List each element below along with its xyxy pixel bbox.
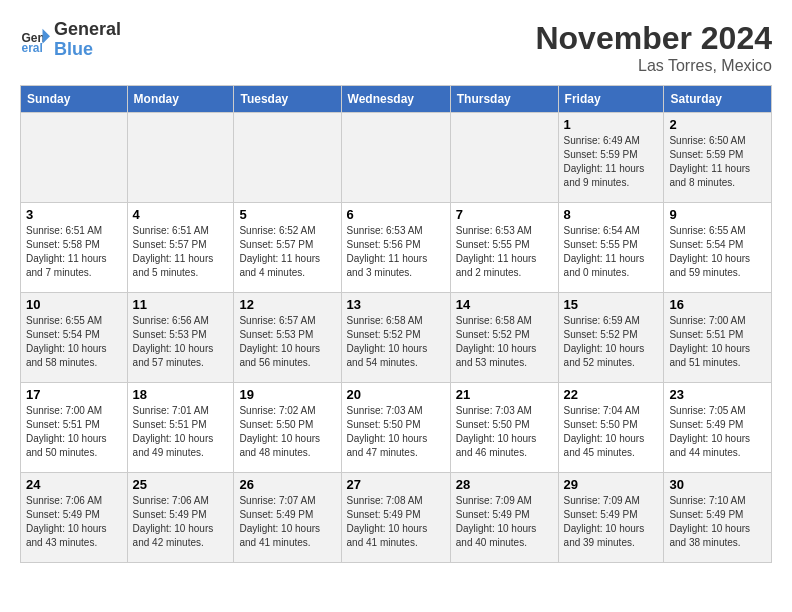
calendar-cell: 28Sunrise: 7:09 AM Sunset: 5:49 PM Dayli… <box>450 473 558 563</box>
day-number: 22 <box>564 387 659 402</box>
day-info: Sunrise: 7:04 AM Sunset: 5:50 PM Dayligh… <box>564 404 659 460</box>
title-section: November 2024 Las Torres, Mexico <box>535 20 772 75</box>
calendar-cell: 4Sunrise: 6:51 AM Sunset: 5:57 PM Daylig… <box>127 203 234 293</box>
day-info: Sunrise: 6:49 AM Sunset: 5:59 PM Dayligh… <box>564 134 659 190</box>
calendar-cell: 24Sunrise: 7:06 AM Sunset: 5:49 PM Dayli… <box>21 473 128 563</box>
day-number: 20 <box>347 387 445 402</box>
day-number: 4 <box>133 207 229 222</box>
calendar-header-row: SundayMondayTuesdayWednesdayThursdayFrid… <box>21 86 772 113</box>
calendar-cell: 27Sunrise: 7:08 AM Sunset: 5:49 PM Dayli… <box>341 473 450 563</box>
calendar-cell: 21Sunrise: 7:03 AM Sunset: 5:50 PM Dayli… <box>450 383 558 473</box>
location-title: Las Torres, Mexico <box>535 57 772 75</box>
day-info: Sunrise: 6:58 AM Sunset: 5:52 PM Dayligh… <box>456 314 553 370</box>
calendar-cell: 2Sunrise: 6:50 AM Sunset: 5:59 PM Daylig… <box>664 113 772 203</box>
day-info: Sunrise: 7:06 AM Sunset: 5:49 PM Dayligh… <box>133 494 229 550</box>
day-info: Sunrise: 7:06 AM Sunset: 5:49 PM Dayligh… <box>26 494 122 550</box>
logo: Gen eral General Blue <box>20 20 121 60</box>
week-row-3: 10Sunrise: 6:55 AM Sunset: 5:54 PM Dayli… <box>21 293 772 383</box>
calendar-cell: 13Sunrise: 6:58 AM Sunset: 5:52 PM Dayli… <box>341 293 450 383</box>
day-number: 23 <box>669 387 766 402</box>
calendar-cell: 26Sunrise: 7:07 AM Sunset: 5:49 PM Dayli… <box>234 473 341 563</box>
day-number: 2 <box>669 117 766 132</box>
day-number: 13 <box>347 297 445 312</box>
calendar-cell <box>21 113 128 203</box>
calendar-cell: 18Sunrise: 7:01 AM Sunset: 5:51 PM Dayli… <box>127 383 234 473</box>
svg-text:eral: eral <box>22 41 43 55</box>
calendar-cell: 12Sunrise: 6:57 AM Sunset: 5:53 PM Dayli… <box>234 293 341 383</box>
day-info: Sunrise: 7:02 AM Sunset: 5:50 PM Dayligh… <box>239 404 335 460</box>
calendar-cell: 1Sunrise: 6:49 AM Sunset: 5:59 PM Daylig… <box>558 113 664 203</box>
day-number: 27 <box>347 477 445 492</box>
day-info: Sunrise: 7:08 AM Sunset: 5:49 PM Dayligh… <box>347 494 445 550</box>
day-number: 18 <box>133 387 229 402</box>
calendar-cell <box>127 113 234 203</box>
logo-icon: Gen eral <box>20 25 50 55</box>
calendar-cell: 20Sunrise: 7:03 AM Sunset: 5:50 PM Dayli… <box>341 383 450 473</box>
day-number: 28 <box>456 477 553 492</box>
calendar-cell: 10Sunrise: 6:55 AM Sunset: 5:54 PM Dayli… <box>21 293 128 383</box>
month-title: November 2024 <box>535 20 772 57</box>
col-header-sunday: Sunday <box>21 86 128 113</box>
day-info: Sunrise: 7:05 AM Sunset: 5:49 PM Dayligh… <box>669 404 766 460</box>
day-info: Sunrise: 6:59 AM Sunset: 5:52 PM Dayligh… <box>564 314 659 370</box>
calendar-cell: 15Sunrise: 6:59 AM Sunset: 5:52 PM Dayli… <box>558 293 664 383</box>
day-number: 19 <box>239 387 335 402</box>
calendar-cell <box>234 113 341 203</box>
day-info: Sunrise: 6:57 AM Sunset: 5:53 PM Dayligh… <box>239 314 335 370</box>
calendar-table: SundayMondayTuesdayWednesdayThursdayFrid… <box>20 85 772 563</box>
day-info: Sunrise: 6:50 AM Sunset: 5:59 PM Dayligh… <box>669 134 766 190</box>
calendar-cell: 14Sunrise: 6:58 AM Sunset: 5:52 PM Dayli… <box>450 293 558 383</box>
day-number: 21 <box>456 387 553 402</box>
day-number: 25 <box>133 477 229 492</box>
svg-marker-2 <box>43 29 51 44</box>
day-number: 29 <box>564 477 659 492</box>
day-number: 1 <box>564 117 659 132</box>
day-info: Sunrise: 6:54 AM Sunset: 5:55 PM Dayligh… <box>564 224 659 280</box>
day-info: Sunrise: 7:01 AM Sunset: 5:51 PM Dayligh… <box>133 404 229 460</box>
day-info: Sunrise: 6:58 AM Sunset: 5:52 PM Dayligh… <box>347 314 445 370</box>
day-info: Sunrise: 7:00 AM Sunset: 5:51 PM Dayligh… <box>26 404 122 460</box>
calendar-cell: 5Sunrise: 6:52 AM Sunset: 5:57 PM Daylig… <box>234 203 341 293</box>
col-header-saturday: Saturday <box>664 86 772 113</box>
calendar-cell: 9Sunrise: 6:55 AM Sunset: 5:54 PM Daylig… <box>664 203 772 293</box>
calendar-cell <box>341 113 450 203</box>
day-number: 24 <box>26 477 122 492</box>
calendar-cell: 30Sunrise: 7:10 AM Sunset: 5:49 PM Dayli… <box>664 473 772 563</box>
calendar-cell: 16Sunrise: 7:00 AM Sunset: 5:51 PM Dayli… <box>664 293 772 383</box>
calendar-cell: 7Sunrise: 6:53 AM Sunset: 5:55 PM Daylig… <box>450 203 558 293</box>
col-header-monday: Monday <box>127 86 234 113</box>
day-number: 14 <box>456 297 553 312</box>
day-number: 17 <box>26 387 122 402</box>
col-header-friday: Friday <box>558 86 664 113</box>
day-info: Sunrise: 6:51 AM Sunset: 5:58 PM Dayligh… <box>26 224 122 280</box>
day-number: 5 <box>239 207 335 222</box>
calendar-cell: 6Sunrise: 6:53 AM Sunset: 5:56 PM Daylig… <box>341 203 450 293</box>
day-info: Sunrise: 6:55 AM Sunset: 5:54 PM Dayligh… <box>26 314 122 370</box>
day-info: Sunrise: 6:52 AM Sunset: 5:57 PM Dayligh… <box>239 224 335 280</box>
day-info: Sunrise: 6:53 AM Sunset: 5:55 PM Dayligh… <box>456 224 553 280</box>
day-number: 15 <box>564 297 659 312</box>
day-number: 8 <box>564 207 659 222</box>
day-info: Sunrise: 6:56 AM Sunset: 5:53 PM Dayligh… <box>133 314 229 370</box>
day-info: Sunrise: 6:53 AM Sunset: 5:56 PM Dayligh… <box>347 224 445 280</box>
day-number: 7 <box>456 207 553 222</box>
logo-text: General Blue <box>54 20 121 60</box>
week-row-4: 17Sunrise: 7:00 AM Sunset: 5:51 PM Dayli… <box>21 383 772 473</box>
calendar-cell: 17Sunrise: 7:00 AM Sunset: 5:51 PM Dayli… <box>21 383 128 473</box>
calendar-cell: 25Sunrise: 7:06 AM Sunset: 5:49 PM Dayli… <box>127 473 234 563</box>
calendar-cell: 3Sunrise: 6:51 AM Sunset: 5:58 PM Daylig… <box>21 203 128 293</box>
page-header: Gen eral General Blue November 2024 Las … <box>20 20 772 75</box>
day-number: 10 <box>26 297 122 312</box>
calendar-cell <box>450 113 558 203</box>
col-header-thursday: Thursday <box>450 86 558 113</box>
col-header-tuesday: Tuesday <box>234 86 341 113</box>
week-row-1: 1Sunrise: 6:49 AM Sunset: 5:59 PM Daylig… <box>21 113 772 203</box>
day-number: 11 <box>133 297 229 312</box>
calendar-cell: 23Sunrise: 7:05 AM Sunset: 5:49 PM Dayli… <box>664 383 772 473</box>
day-info: Sunrise: 7:09 AM Sunset: 5:49 PM Dayligh… <box>456 494 553 550</box>
day-number: 6 <box>347 207 445 222</box>
day-info: Sunrise: 6:55 AM Sunset: 5:54 PM Dayligh… <box>669 224 766 280</box>
day-number: 3 <box>26 207 122 222</box>
calendar-cell: 29Sunrise: 7:09 AM Sunset: 5:49 PM Dayli… <box>558 473 664 563</box>
calendar-cell: 8Sunrise: 6:54 AM Sunset: 5:55 PM Daylig… <box>558 203 664 293</box>
